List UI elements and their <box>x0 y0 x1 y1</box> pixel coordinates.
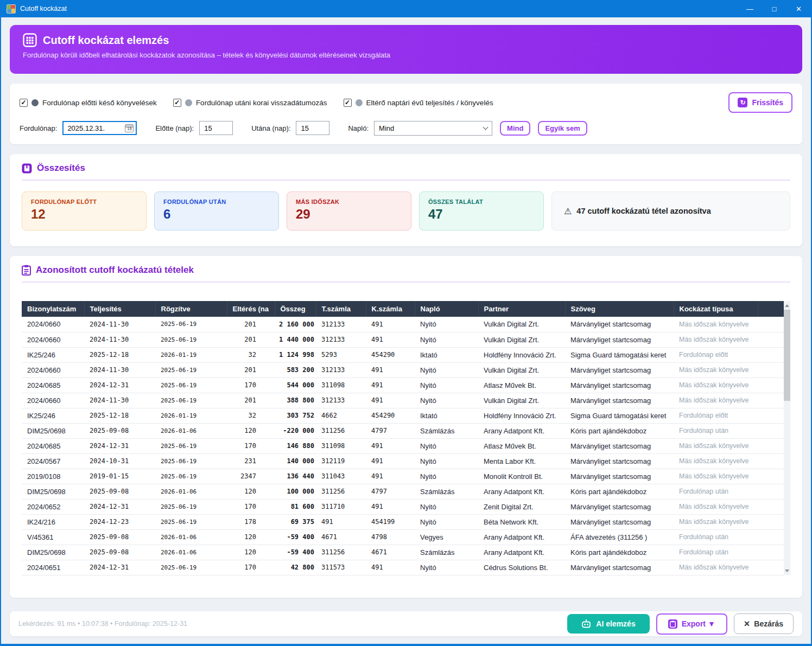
table-cell-filler <box>758 393 784 408</box>
column-header[interactable]: Bizonylatszám <box>22 301 84 317</box>
column-header[interactable]: Eltérés (na <box>227 301 275 317</box>
table-cell: 1 124 998 <box>275 347 316 362</box>
table-cell: 491 <box>366 438 415 453</box>
table-row[interactable]: 2024/06602024-11-302025-06-192012 160 00… <box>22 317 784 332</box>
utana-input[interactable] <box>296 121 329 135</box>
table-row[interactable]: DIM25/06982025-09-082026-01-06120-59 400… <box>22 545 784 560</box>
table-row[interactable]: IK24/2162024-12-232025-06-1917869 375491… <box>22 514 784 529</box>
table-row[interactable]: DIM25/06982025-09-082026-01-06120100 000… <box>22 484 784 499</box>
utana-label: Utána (nap): <box>251 124 290 132</box>
table-cell: -59 400 <box>275 529 316 545</box>
table-cell: 69 375 <box>275 514 316 529</box>
table-cell: 4662 <box>316 408 366 423</box>
egyik-sem-button[interactable]: Egyik sem <box>538 121 587 136</box>
table-cell: Nyitó <box>415 317 478 332</box>
table-cell: 2024-11-30 <box>84 362 155 378</box>
page-subtitle: Fordulónap körüli időbeli elhatárolási k… <box>23 51 789 59</box>
date-field[interactable] <box>67 124 123 132</box>
fordulonap-label: Fordulónap: <box>20 124 57 132</box>
table-cell: 170 <box>227 499 275 514</box>
checkbox-icon[interactable]: ✓ <box>173 99 181 107</box>
table-cell: Más időszak könyvelve <box>674 438 758 453</box>
content-area: Cutoff kockázat elemzés Fordulónap körül… <box>1 17 811 644</box>
column-header[interactable]: Napló <box>415 301 478 317</box>
table-cell: 2024-12-31 <box>84 560 155 575</box>
table-row[interactable]: 2024/06602024-11-302025-06-19201583 2003… <box>22 362 784 378</box>
app-window: Cutoff kockázat — □ ✕ Cutoff kockázat el… <box>0 0 812 646</box>
column-header[interactable]: T.számla <box>316 301 366 317</box>
close-button[interactable]: × Bezárás <box>734 613 794 634</box>
table-cell: -59 400 <box>275 545 316 560</box>
elotte-input[interactable] <box>199 121 233 135</box>
column-header[interactable]: Partner <box>478 301 565 317</box>
table-row[interactable]: IK25/2462025-12-182026-01-1932303 752466… <box>22 408 784 423</box>
table-cell: DIM25/0698 <box>22 545 84 560</box>
filter-checkbox-2[interactable]: ✓Eltérő naptári évű teljesítés / könyvel… <box>344 99 493 107</box>
filter-panel: ✓Fordulónap előtti késő könyvelések✓Ford… <box>10 84 802 144</box>
column-header[interactable]: Szöveg <box>565 301 674 317</box>
naplo-select[interactable]: Mind <box>374 121 492 136</box>
table-cell: 5293 <box>316 347 366 362</box>
table-cell: 2025-09-08 <box>84 529 155 545</box>
table-row[interactable]: 2024/05672024-10-312025-06-19231140 0003… <box>22 453 784 469</box>
table-cell-filler <box>758 423 784 438</box>
table-row[interactable]: 2024/06852024-12-312025-06-19170146 8803… <box>22 438 784 453</box>
table-cell: 2024-11-30 <box>84 332 155 347</box>
maximize-button[interactable]: □ <box>762 0 786 17</box>
table-cell: 311043 <box>316 469 366 484</box>
column-header[interactable]: Rögzítve <box>155 301 227 317</box>
fordulonap-date-input[interactable]: 15 <box>62 121 137 135</box>
table-cell: 140 000 <box>275 453 316 469</box>
table-cell: 81 600 <box>275 499 316 514</box>
table-row[interactable]: V/453612025-09-082026-01-06120-59 400467… <box>22 529 784 545</box>
table-cell: 303 752 <box>275 408 316 423</box>
results-panel: Azonosított cutoff kockázatú tételek Biz… <box>10 256 802 598</box>
column-header-filler <box>758 301 784 317</box>
table-cell: ÁFA átvezetés (311256 ) <box>565 529 674 545</box>
checkbox-icon[interactable]: ✓ <box>20 99 28 107</box>
close-window-button[interactable]: ✕ <box>786 0 811 17</box>
table-cell-filler <box>758 560 784 575</box>
table-cell: 2024-12-31 <box>84 438 155 453</box>
table-row[interactable]: 2024/06602024-11-302025-06-192011 440 00… <box>22 332 784 347</box>
table-row[interactable]: 2019/01082019-01-152025-06-192347136 440… <box>22 469 784 484</box>
table-cell: 2025-12-18 <box>84 347 155 362</box>
filter-checkbox-1[interactable]: ✓Fordulónap utáni korai visszadátumozás <box>173 99 327 107</box>
checkbox-icon[interactable]: ✓ <box>344 99 352 107</box>
calendar-icon[interactable]: 15 <box>125 124 134 132</box>
table-row[interactable]: 2024/06522024-12-312025-06-1917081 60031… <box>22 499 784 514</box>
table-row[interactable]: DIM25/06982025-09-082026-01-06120-220 00… <box>22 423 784 438</box>
table-cell: 2025-06-19 <box>155 469 227 484</box>
scroll-up-icon[interactable] <box>784 301 790 310</box>
filter-checkbox-0[interactable]: ✓Fordulónap előtti késő könyvelések <box>20 99 157 107</box>
column-header[interactable]: Összeg <box>275 301 316 317</box>
ai-analysis-button[interactable]: AI elemzés <box>567 614 649 634</box>
table-row[interactable]: 2024/06602024-11-302025-06-19201388 8003… <box>22 393 784 408</box>
table-cell: Arany Adatpont Kft. <box>478 423 565 438</box>
table-cell: 100 000 <box>275 484 316 499</box>
vertical-scrollbar[interactable] <box>784 301 790 575</box>
scrollbar-thumb[interactable] <box>784 310 790 401</box>
table-cell: 2026-01-06 <box>155 484 227 499</box>
scroll-down-icon[interactable] <box>784 566 790 575</box>
minimize-button[interactable]: — <box>738 0 762 17</box>
summary-title: Összesítés <box>37 163 85 174</box>
column-header[interactable]: Teljesítés <box>84 301 155 317</box>
column-header[interactable]: K.számla <box>366 301 415 317</box>
table-cell: Más időszak könyvelve <box>674 499 758 514</box>
table-row[interactable]: IK25/2462025-12-182026-01-19321 124 9985… <box>22 347 784 362</box>
mind-button[interactable]: Mind <box>500 121 530 136</box>
refresh-button[interactable]: ↻ Frissítés <box>728 92 792 113</box>
stat-label: ÖSSZES TALÁLAT <box>428 199 535 205</box>
table-cell: 2025-06-19 <box>155 514 227 529</box>
table-cell: 4797 <box>366 423 415 438</box>
export-button[interactable]: Export ▼ <box>656 613 727 635</box>
table-cell: 311710 <box>316 499 366 514</box>
table-cell: 2024-12-31 <box>84 378 155 393</box>
column-header[interactable]: Kockázat típusa <box>674 301 758 317</box>
table-cell: 4798 <box>366 529 415 545</box>
table-cell: Béta Network Kft. <box>478 514 565 529</box>
table-row[interactable]: 2024/06852024-12-312025-06-19170544 0003… <box>22 378 784 393</box>
table-row[interactable]: 2024/06512024-12-312025-06-1917042 80031… <box>22 560 784 575</box>
table-cell: 454199 <box>366 514 415 529</box>
